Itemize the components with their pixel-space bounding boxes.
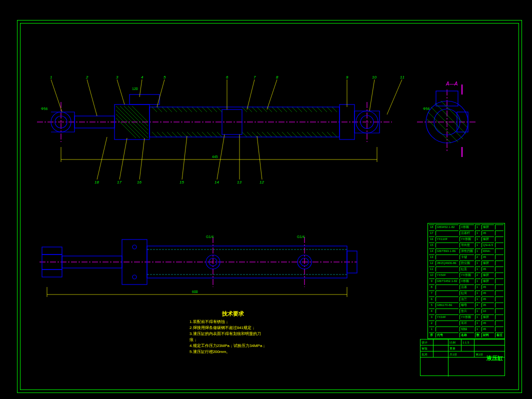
balloon-7: 7 [254, 75, 256, 80]
table-row: 11缸盖145 [429, 266, 504, 272]
balloon-3: 3 [116, 75, 118, 80]
table-header: 序代号名称数材料备注 [429, 332, 504, 338]
balloon-15: 15 [180, 180, 184, 184]
dim-len2: 445 [212, 155, 218, 158]
cad-canvas[interactable]: A—A 1 2 3 4 5 6 7 8 9 10 11 18 17 16 15 … [7, 7, 525, 392]
balloon-12: 12 [260, 180, 264, 184]
table-row: 13卡键245 [429, 254, 504, 260]
dim-port2: G1/4 [297, 235, 304, 238]
tech-requirements-title: 技术要求 [222, 310, 244, 318]
balloon-13: 13 [237, 180, 242, 184]
balloon-18: 18 [94, 180, 99, 184]
table-row: 2耳环145 [429, 320, 504, 326]
table-row: 17活塞杆145 [429, 230, 504, 236]
tech-requirements-body: 1.装配前不得有锈蚀； 2.焊接用焊条做碳钢不超过841规定； 3.液压缸的内表… [190, 319, 266, 355]
dim-len3: 600 [192, 290, 198, 294]
balloon-10: 10 [372, 75, 376, 80]
table-row: 12JB/ZQ4606-86防尘圈1橡胶 [429, 260, 504, 266]
balloon-11: 11 [400, 75, 404, 80]
balloon-6: 6 [226, 75, 228, 80]
table-row: 16YX110FYX形圈1橡胶 [429, 236, 504, 242]
table-row: 6法兰145 [429, 296, 504, 302]
table-row: 10YX50FYX形圈2橡胶 [429, 272, 504, 278]
table-row: 7缸筒145 [429, 290, 504, 296]
table-row: 14GB/T893.1-86弹性挡圈165Mn [429, 248, 504, 254]
table-row: 15导向套1QSn6.5 [429, 242, 504, 248]
drawing-title: 液压缸 [486, 354, 503, 362]
table-row: 4垫片110 [429, 308, 504, 314]
table-row: 8活塞145 [429, 284, 504, 290]
balloon-17: 17 [117, 180, 122, 184]
balloon-16: 16 [137, 180, 142, 184]
balloon-1: 1 [50, 75, 52, 80]
dim-port1: G1/4 [206, 235, 214, 238]
table-row: 1销轴145 [429, 326, 504, 332]
balloon-5: 5 [164, 75, 166, 80]
table-row: 5GB6170-86螺母435 [429, 302, 504, 308]
table-row: 9GB/T3452.1-82O形圈1橡胶 [429, 278, 504, 284]
parts-list-table: 18GB3452.1-82O形圈1橡胶17活塞杆14516YX110FYX形圈1… [428, 223, 505, 339]
dim-d1: Φ56 [41, 107, 48, 110]
table-row: 3YX34FYX形圈1橡胶 [429, 314, 504, 320]
balloon-4: 4 [141, 75, 143, 80]
table-row: 18GB3452.1-82O形圈1橡胶 [429, 224, 504, 230]
dim-len1: 120 [132, 87, 138, 90]
balloon-2: 2 [86, 75, 88, 80]
dim-d4: Φ56 [423, 107, 430, 110]
balloon-8: 8 [276, 75, 278, 80]
section-label: A—A [446, 81, 458, 86]
balloon-9: 9 [346, 75, 348, 80]
balloon-14: 14 [214, 180, 219, 184]
